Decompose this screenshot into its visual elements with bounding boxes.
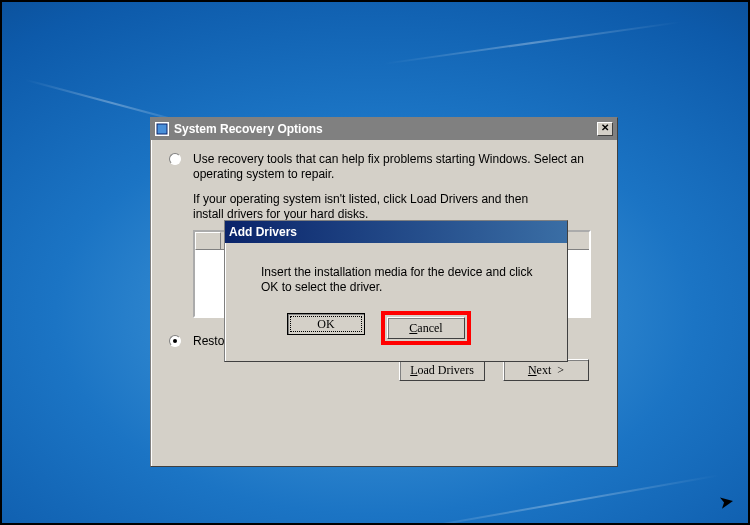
- modal-titlebar: Add Drivers: [225, 221, 567, 243]
- option-recovery-tools[interactable]: Use recovery tools that can help fix pro…: [169, 152, 599, 182]
- window-title: System Recovery Options: [174, 122, 597, 136]
- col-blank: [195, 232, 221, 250]
- option1-label: Use recovery tools that can help fix pro…: [193, 152, 599, 182]
- app-icon: [155, 122, 169, 136]
- cancel-button[interactable]: Cancel: [387, 317, 465, 339]
- load-drivers-button[interactable]: Load Drivers: [399, 359, 485, 381]
- ok-wrap: OK: [285, 311, 367, 345]
- cursor-icon: ➤: [717, 490, 736, 514]
- ok-button[interactable]: OK: [287, 313, 365, 335]
- svg-rect-0: [157, 124, 167, 134]
- modal-title: Add Drivers: [229, 225, 563, 239]
- radio-checked-icon[interactable]: [169, 335, 181, 347]
- modal-message: Insert the installation media for the de…: [225, 243, 567, 305]
- radio-unchecked-icon[interactable]: [169, 153, 181, 165]
- titlebar: System Recovery Options ✕: [151, 118, 617, 140]
- hint-text: If your operating system isn't listed, c…: [193, 192, 599, 222]
- add-drivers-dialog: Add Drivers Insert the installation medi…: [224, 220, 568, 362]
- close-icon[interactable]: ✕: [597, 122, 613, 136]
- modal-button-row: OK Cancel: [225, 305, 567, 345]
- cancel-highlight: Cancel: [381, 311, 471, 345]
- next-button[interactable]: Next >: [503, 359, 589, 381]
- bottom-button-row: Load Drivers Next >: [169, 359, 599, 381]
